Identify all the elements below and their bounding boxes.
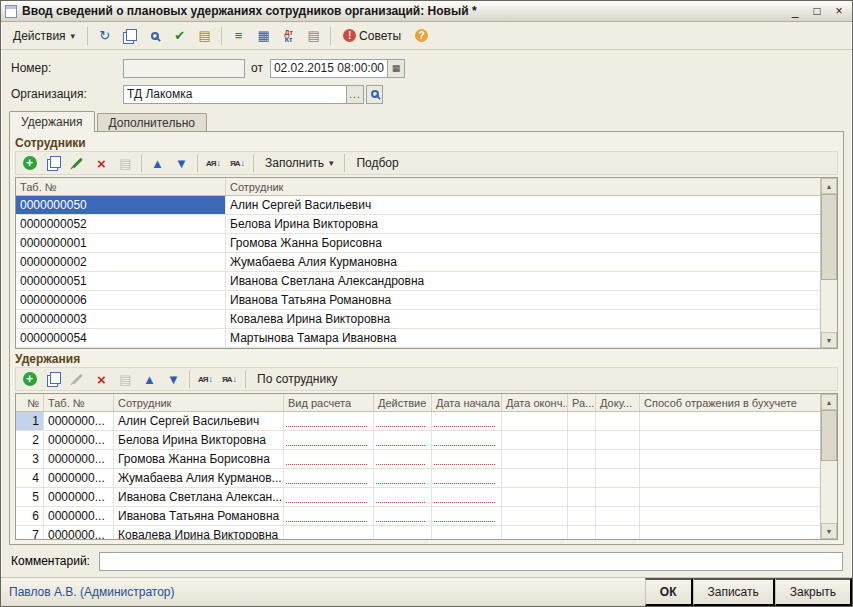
deduction-tabno-cell[interactable]: 0000000... [44, 526, 114, 540]
table-row[interactable]: 0000000006 Иванова Татьяна Романовна [16, 291, 820, 310]
deduction-calc-kind-cell[interactable] [284, 526, 374, 540]
table-row[interactable]: 0000000052 Белова Ирина Викторовна [16, 215, 820, 234]
deduction-action-cell[interactable] [374, 526, 432, 540]
add-row-button[interactable]: + [18, 368, 41, 390]
delete-row-button[interactable]: × [90, 368, 113, 390]
employee-tabno-cell[interactable]: 0000000052 [16, 215, 226, 233]
deduction-date-start-cell[interactable] [432, 412, 502, 430]
sort-desc-button[interactable]: ЯА↓ [226, 152, 249, 174]
scroll-up-button[interactable]: ▲ [821, 394, 837, 410]
deduction-document-cell[interactable] [596, 431, 640, 449]
vertical-scrollbar[interactable]: ▲ ▼ [820, 178, 837, 348]
deduction-num-cell[interactable]: 6 [16, 507, 44, 525]
employee-name-cell[interactable]: Мартынова Тамара Ивановна [226, 329, 820, 347]
deduction-reflection-cell[interactable] [640, 431, 820, 449]
help-button[interactable]: ? [410, 25, 433, 47]
table-row[interactable]: 0000000054 Мартынова Тамара Ивановна [16, 329, 820, 348]
column-header-reflection[interactable]: Способ отражения в бухучете [640, 394, 820, 411]
deduction-size-cell[interactable] [568, 488, 596, 506]
fill-button[interactable]: Заполнить ▾ [258, 152, 340, 174]
employee-name-cell[interactable]: Белова Ирина Викторовна [226, 215, 820, 233]
check-fill-button[interactable]: ✔ [168, 25, 191, 47]
deduction-reflection-cell[interactable] [640, 450, 820, 468]
deduction-date-start-cell[interactable] [432, 507, 502, 525]
column-header-date-start[interactable]: Дата начала [432, 394, 502, 411]
deduction-calc-kind-cell[interactable] [284, 412, 374, 430]
pick-button[interactable]: Подбор [349, 152, 405, 174]
employee-name-cell[interactable]: Ковалева Ирина Викторовна [226, 310, 820, 328]
employee-tabno-cell[interactable]: 0000000003 [16, 310, 226, 328]
maximize-button[interactable]: □ [810, 3, 824, 19]
ok-button[interactable]: ОК [645, 578, 693, 606]
deduction-calc-kind-cell[interactable] [284, 469, 374, 487]
deduction-date-end-cell[interactable] [502, 469, 568, 487]
scroll-thumb[interactable] [821, 194, 837, 280]
actions-button[interactable]: Действия ▾ [6, 25, 82, 47]
employee-name-cell[interactable]: Алин Сергей Васильевич [226, 196, 820, 214]
deduction-action-cell[interactable] [374, 412, 432, 430]
end-edit-button[interactable]: ▤ [114, 368, 137, 390]
table-row[interactable]: 3 0000000... Громова Жанна Борисовна [16, 450, 820, 469]
deduction-num-cell[interactable]: 4 [16, 469, 44, 487]
deduction-size-cell[interactable] [568, 507, 596, 525]
deduction-calc-kind-cell[interactable] [284, 507, 374, 525]
move-up-button[interactable]: ▲ [138, 368, 161, 390]
employee-name-cell[interactable]: Громова Жанна Борисовна [226, 234, 820, 252]
copy-row-button[interactable] [42, 152, 65, 174]
deduction-name-cell[interactable]: Иванова Татьяна Романовна [114, 507, 284, 525]
deduction-calc-kind-cell[interactable] [284, 488, 374, 506]
minimize-button[interactable]: _ [788, 3, 802, 19]
scroll-track[interactable] [821, 194, 837, 332]
column-header-tabno[interactable]: Таб. № [44, 394, 114, 411]
table-row[interactable]: 0000000002 Жумабаева Алия Курмановна [16, 253, 820, 272]
deduction-date-start-cell[interactable] [432, 469, 502, 487]
tab-deductions[interactable]: Удержания [9, 111, 95, 132]
column-header-employee[interactable]: Сотрудник [114, 394, 284, 411]
column-header-action[interactable]: Действие [374, 394, 432, 411]
deduction-action-cell[interactable] [374, 469, 432, 487]
deduction-tabno-cell[interactable]: 0000000... [44, 450, 114, 468]
deduction-reflection-cell[interactable] [640, 507, 820, 525]
deduction-date-end-cell[interactable] [502, 507, 568, 525]
table-row[interactable]: 0000000003 Ковалева Ирина Викторовна [16, 310, 820, 329]
move-down-button[interactable]: ▼ [170, 152, 193, 174]
deduction-num-cell[interactable]: 5 [16, 488, 44, 506]
deduction-tabno-cell[interactable]: 0000000... [44, 469, 114, 487]
employee-tabno-cell[interactable]: 0000000006 [16, 291, 226, 309]
deduction-reflection-cell[interactable] [640, 412, 820, 430]
column-header-tabno[interactable]: Таб. № [16, 178, 226, 195]
deduction-calc-kind-cell[interactable] [284, 431, 374, 449]
scroll-track[interactable] [821, 410, 837, 523]
sort-asc-button[interactable]: АЯ↓ [194, 368, 217, 390]
column-header-date-end[interactable]: Дата оконч... [502, 394, 568, 411]
deduction-name-cell[interactable]: Алин Сергей Васильевич [114, 412, 284, 430]
tab-additional[interactable]: Дополнительно [97, 113, 207, 131]
employee-name-cell[interactable]: Иванова Светлана Александровна [226, 272, 820, 290]
deduction-date-end-cell[interactable] [502, 431, 568, 449]
employee-tabno-cell[interactable]: 0000000001 [16, 234, 226, 252]
deduction-date-end-cell[interactable] [502, 488, 568, 506]
scroll-up-button[interactable]: ▲ [821, 178, 837, 194]
employee-name-cell[interactable]: Жумабаева Алия Курмановна [226, 253, 820, 271]
sort-desc-button[interactable]: ЯА↓ [218, 368, 241, 390]
deduction-reflection-cell[interactable] [640, 469, 820, 487]
column-header-calc-kind[interactable]: Вид расчета [284, 394, 374, 411]
column-header-employee[interactable]: Сотрудник [226, 178, 820, 195]
deduction-size-cell[interactable] [568, 469, 596, 487]
deduction-calc-kind-cell[interactable] [284, 450, 374, 468]
deduction-num-cell[interactable]: 7 [16, 526, 44, 540]
close-window-button[interactable]: Закрыть [775, 578, 852, 606]
table-row[interactable]: 2 0000000... Белова Ирина Викторовна [16, 431, 820, 450]
deduction-tabno-cell[interactable]: 0000000... [44, 488, 114, 506]
scroll-down-button[interactable]: ▼ [821, 523, 837, 539]
deduction-date-end-cell[interactable] [502, 526, 568, 540]
deduction-tabno-cell[interactable]: 0000000... [44, 412, 114, 430]
tips-button[interactable]: ! Советы [336, 25, 408, 47]
date-input[interactable] [270, 59, 388, 78]
move-down-button[interactable]: ▼ [162, 368, 185, 390]
deduction-tabno-cell[interactable]: 0000000... [44, 507, 114, 525]
organization-lookup-button[interactable]: ... [347, 85, 364, 104]
deduction-document-cell[interactable] [596, 526, 640, 540]
employee-tabno-cell[interactable]: 0000000050 [16, 196, 226, 214]
deduction-date-start-cell[interactable] [432, 526, 502, 540]
